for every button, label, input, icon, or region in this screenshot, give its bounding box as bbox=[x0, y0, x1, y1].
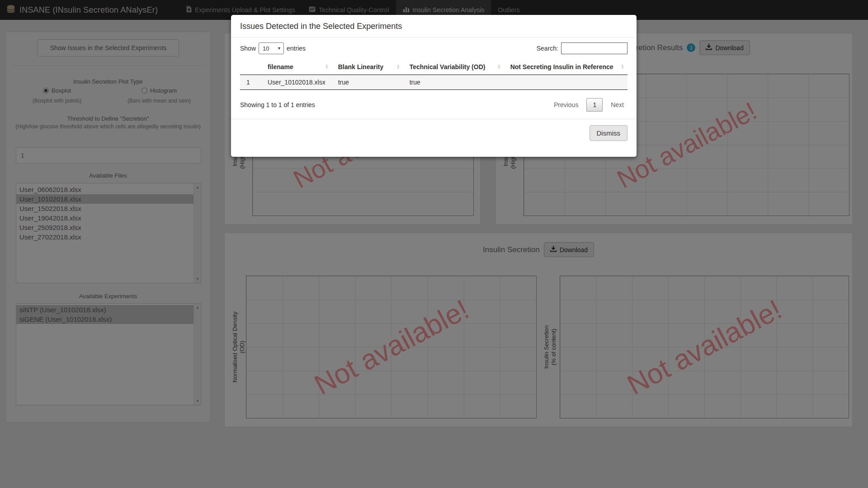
entries-label: entries bbox=[287, 45, 306, 52]
cell-not-secreting bbox=[504, 75, 627, 90]
sort-icon[interactable]: ▲▼ bbox=[325, 64, 329, 70]
col-header-index[interactable] bbox=[240, 59, 261, 75]
search-label: Search: bbox=[537, 45, 558, 52]
table-header-row: filename ▲▼ Blank Linearity ▲▼ Technical… bbox=[240, 59, 627, 75]
table-row[interactable]: 1 User_10102018.xlsx true true bbox=[240, 75, 627, 90]
entries-value: 10 bbox=[263, 45, 269, 52]
col-header-technical-variability[interactable]: Technical Variability (OD) ▲▼ bbox=[403, 59, 504, 75]
pagination: Previous 1 Next bbox=[550, 98, 627, 112]
dismiss-button[interactable]: Dismiss bbox=[590, 125, 628, 141]
previous-page-button[interactable]: Previous bbox=[550, 99, 582, 111]
cell-index: 1 bbox=[240, 75, 261, 90]
entries-length-control: Show 10 ▼ entries bbox=[240, 42, 306, 54]
table-search: Search: bbox=[537, 42, 627, 54]
cell-filename: User_10102018.xlsx bbox=[261, 75, 332, 90]
chevron-down-icon: ▼ bbox=[277, 46, 281, 51]
sort-icon[interactable]: ▲▼ bbox=[497, 64, 501, 70]
cell-blank-linearity: true bbox=[332, 75, 403, 90]
current-page-button[interactable]: 1 bbox=[586, 98, 603, 112]
col-header-filename[interactable]: filename ▲▼ bbox=[261, 59, 332, 75]
modal-header: Issues Detected in the Selected Experime… bbox=[231, 15, 637, 38]
issues-table: filename ▲▼ Blank Linearity ▲▼ Technical… bbox=[240, 59, 627, 90]
sort-icon[interactable]: ▲▼ bbox=[396, 64, 400, 70]
modal-title: Issues Detected in the Selected Experime… bbox=[240, 22, 627, 31]
search-input[interactable] bbox=[561, 42, 627, 54]
modal-footer: Dismiss bbox=[231, 119, 637, 147]
modal-body: Show 10 ▼ entries Search: filename ▲▼ B bbox=[231, 38, 637, 112]
col-header-blank-linearity[interactable]: Blank Linearity ▲▼ bbox=[332, 59, 403, 75]
col-header-not-secreting[interactable]: Not Secreting Insulin in Reference ▲▼ bbox=[504, 59, 627, 75]
sort-icon[interactable]: ▲▼ bbox=[621, 64, 624, 70]
entries-select[interactable]: 10 ▼ bbox=[259, 42, 284, 54]
table-info: Showing 1 to 1 of 1 entries bbox=[240, 101, 315, 108]
next-page-button[interactable]: Next bbox=[607, 99, 627, 111]
cell-technical-variability: true bbox=[403, 75, 504, 90]
show-label: Show bbox=[240, 45, 256, 52]
issues-modal: Issues Detected in the Selected Experime… bbox=[231, 15, 637, 157]
